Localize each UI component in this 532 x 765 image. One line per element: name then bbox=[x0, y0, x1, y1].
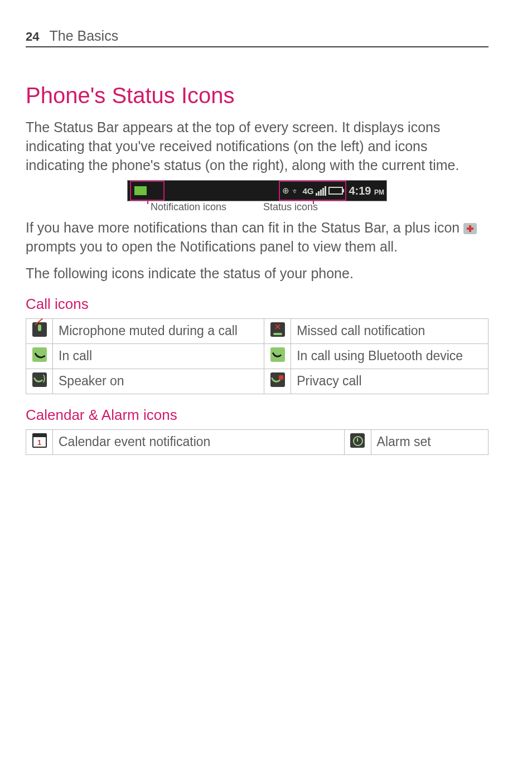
intro-paragraph: The Status Bar appears at the top of eve… bbox=[26, 118, 489, 175]
status-bar-time: 4:19 PM bbox=[349, 185, 384, 197]
status-bar: ⊕ ᯤ 4G 4:19 PM bbox=[127, 180, 387, 201]
data-network-label: 4G bbox=[302, 186, 313, 196]
cell-speaker-on: Speaker on bbox=[53, 369, 264, 394]
missed-call-icon bbox=[270, 322, 285, 337]
page-title: Phone's Status Icons bbox=[26, 83, 489, 108]
cell-missed-call: Missed call notification bbox=[291, 318, 489, 343]
table-row: In call In call using Bluetooth device bbox=[26, 343, 489, 369]
in-call-icon bbox=[32, 347, 47, 362]
alarm-set-icon bbox=[350, 433, 365, 448]
gps-icon: ⊕ bbox=[282, 186, 289, 196]
calendar-event-icon bbox=[32, 433, 47, 448]
call-icons-heading: Call icons bbox=[26, 296, 489, 313]
caption-status-icons: Status icons bbox=[250, 201, 387, 213]
call-icons-table: Microphone muted during a call Missed ca… bbox=[26, 318, 489, 394]
cell-privacy-call: Privacy call bbox=[291, 369, 489, 394]
status-bar-captions: Notification icons Status icons bbox=[127, 201, 387, 213]
page-number: 24 bbox=[26, 30, 39, 44]
battery-icon bbox=[328, 187, 343, 195]
speaker-on-icon bbox=[32, 372, 47, 387]
notification-area-highlight bbox=[130, 181, 165, 201]
calendar-alarm-table: Calendar event notification Alarm set bbox=[26, 429, 489, 455]
message-icon bbox=[134, 186, 147, 195]
plus-icon bbox=[463, 223, 477, 234]
cell-bt-call: In call using Bluetooth device bbox=[291, 343, 489, 369]
status-bar-illustration: ⊕ ᯤ 4G 4:19 PM Notification icons Status… bbox=[26, 180, 489, 213]
cell-in-call: In call bbox=[53, 343, 264, 369]
signal-icon bbox=[316, 186, 326, 196]
table-row: Speaker on Privacy call bbox=[26, 369, 489, 394]
table-row: Calendar event notification Alarm set bbox=[26, 429, 489, 454]
calendar-alarm-heading: Calendar & Alarm icons bbox=[26, 406, 489, 424]
status-area-highlight: ⊕ ᯤ 4G bbox=[279, 181, 346, 201]
plus-icon-paragraph: If you have more notifications than can … bbox=[26, 219, 489, 256]
cell-alarm-set: Alarm set bbox=[371, 429, 488, 454]
cell-calendar-event: Calendar event notification bbox=[53, 429, 345, 454]
microphone-muted-icon bbox=[32, 322, 47, 337]
following-paragraph: The following icons indicate the status … bbox=[26, 264, 489, 283]
cell-mic-muted: Microphone muted during a call bbox=[53, 318, 264, 343]
section-title: The Basics bbox=[49, 28, 118, 44]
bluetooth-call-icon bbox=[270, 347, 285, 362]
privacy-call-icon bbox=[270, 372, 285, 387]
page-header: 24 The Basics bbox=[26, 28, 489, 47]
caption-notification-icons: Notification icons bbox=[127, 201, 250, 213]
table-row: Microphone muted during a call Missed ca… bbox=[26, 318, 489, 343]
nfc-icon: ᯤ bbox=[292, 186, 300, 196]
